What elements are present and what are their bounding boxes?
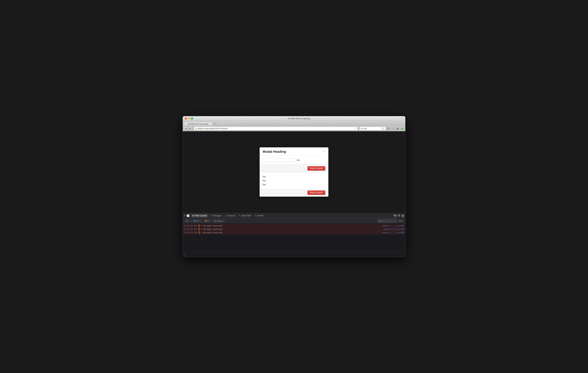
web-console-icon: ▶ — [193, 214, 194, 217]
modal-header: Modal Heading × — [260, 148, 328, 156]
viewport: Modal Heading × bar Show Another foo — [183, 131, 405, 213]
close-traffic-light[interactable] — [185, 117, 187, 119]
minimize-traffic-light[interactable] — [188, 117, 190, 119]
console-timestamp-1: 22:21:39.704 — [184, 225, 199, 227]
console-input-row: > — [183, 252, 405, 257]
window-title: – jsFiddle demo by guyong — [195, 117, 402, 120]
css-dot-icon — [194, 220, 195, 222]
profiler-icon: ◎ — [255, 214, 256, 217]
url-text: jsfiddle.net/guyong/EUVWC/2/show/# — [198, 128, 353, 129]
modal-dialog: Modal Heading × bar Show Another foo — [260, 147, 328, 197]
tab-close-icon[interactable]: × — [209, 123, 210, 125]
url-bar[interactable]: 🔒 jsfiddle.net/guyong/EUVWC/2/show/# ☆ ↻ — [194, 127, 358, 130]
css-label: CSS — [196, 220, 200, 222]
tab-bar: – jsFiddle demo by guyong × + — [183, 121, 405, 126]
console-message-3: too much recursion — [203, 232, 382, 234]
console-source-1[interactable]: jquery-1.....js:1714 — [382, 225, 404, 227]
modal-input-section: bar — [260, 156, 328, 165]
show-another-top-button[interactable]: Show Another — [307, 166, 325, 171]
devtools-screenshot-icon[interactable]: 📷 — [394, 214, 397, 217]
js-label: JS — [207, 220, 209, 222]
style-editor-label: Style Editor — [241, 214, 251, 217]
console-clear-button[interactable]: Clear — [398, 220, 404, 222]
console-row: 22:22:39.796 ✕ too much recursion jquery… — [183, 231, 405, 234]
new-tab-button[interactable]: + — [213, 122, 217, 126]
logging-chevron-icon: ▼ — [223, 220, 225, 222]
home-icon[interactable]: ⌂ — [391, 127, 395, 130]
console-message-2: too much recursion — [203, 228, 383, 230]
modal-text-input[interactable] — [263, 158, 295, 162]
resize-icon[interactable]: ⊡ — [402, 117, 403, 119]
lock-icon: 🔒 — [195, 128, 197, 129]
console-output: 22:21:39.704 ✕ too much recursion jquery… — [183, 223, 405, 252]
screen-share-icon[interactable]: ▦ — [396, 127, 399, 130]
filter-net-button[interactable]: Net ▼ — [184, 219, 192, 222]
foo-item-1: foo — [263, 175, 325, 179]
console-row: 22:21:39.704 ✕ too much recursion jquery… — [183, 224, 405, 227]
puzzle-icon[interactable]: 🧩 — [400, 127, 404, 130]
net-chevron-icon: ▼ — [189, 220, 190, 222]
address-bar: ◀ ▶ 🔒 jsfiddle.net/guyong/EUVWC/2/show/#… — [183, 126, 405, 131]
modal-body-content: foo foo foo — [260, 172, 328, 189]
browser-window: – jsFiddle demo by guyong ⊡ – jsFiddle d… — [183, 116, 405, 257]
back-button[interactable]: ◀ — [184, 127, 188, 130]
profiler-label: Profiler — [257, 214, 263, 217]
devtools-trash-icon[interactable]: 🗑 — [398, 214, 400, 217]
show-another-bottom-button[interactable]: Show Another — [307, 191, 325, 195]
inspector-icon: ◻ — [225, 214, 226, 217]
foo-item-2: foo — [263, 179, 325, 182]
devtools-tab-web-console[interactable]: ▶ Web Console — [191, 214, 208, 217]
net-label: Net — [186, 220, 188, 222]
tab-label: – jsFiddle demo by guyong — [187, 123, 208, 125]
console-timestamp-2: 22:22:39.546 — [184, 228, 199, 230]
console-source-3[interactable]: jquery-1.....js:1539 — [382, 232, 404, 234]
filter-logging-button[interactable]: Logging ▼ — [213, 219, 226, 222]
logging-label: Logging — [216, 220, 222, 222]
js-chevron-icon: ▼ — [209, 220, 211, 222]
foo-item-3: foo — [263, 182, 325, 187]
js-dot-icon — [205, 220, 206, 222]
debugger-icon: ⬡ — [210, 214, 212, 217]
devtools-tab-debugger[interactable]: ⬡ Debugger — [209, 214, 223, 217]
inspector-label: Inspector — [227, 214, 235, 217]
search-bar[interactable]: Google 🔍 — [359, 127, 386, 130]
modal-close-button[interactable]: × — [324, 150, 325, 153]
download-icon[interactable]: ⬇ — [387, 127, 390, 130]
devtools-tab-profiler[interactable]: ◎ Profiler — [253, 214, 265, 217]
modal-footer-top: Show Another — [260, 165, 328, 172]
traffic-lights — [185, 117, 193, 119]
console-message-1: too much recursion — [203, 225, 382, 227]
console-prompt-icon: > — [184, 253, 185, 256]
console-source-2[interactable]: jquery-1.8.3.js:709 — [383, 228, 404, 230]
error-bar-icon-2 — [199, 228, 199, 230]
error-bar-icon-3 — [199, 231, 199, 234]
maximize-traffic-light[interactable] — [191, 117, 193, 119]
devtools-undock-icon[interactable]: ⬜ — [187, 214, 189, 217]
devtools-tab-style-editor[interactable]: ✎ Style Editor — [237, 214, 253, 217]
style-editor-icon: ✎ — [239, 214, 241, 217]
filter-css-button[interactable]: CSS ▼ — [192, 219, 203, 222]
error-x-icon-2: ✕ — [200, 228, 202, 230]
refresh-icon[interactable]: ↻ — [355, 127, 357, 129]
filter-js-button[interactable]: JS ▼ — [204, 219, 212, 222]
modal-footer-bottom: Show Another — [260, 189, 328, 196]
devtools-layout-icon[interactable]: ▦ — [401, 214, 404, 217]
browser-tab[interactable]: – jsFiddle demo by guyong × — [184, 122, 212, 126]
error-bar-icon-1 — [199, 224, 199, 227]
bookmark-icon[interactable]: ☆ — [353, 127, 355, 130]
logging-dot-icon — [214, 220, 216, 222]
error-x-icon-3: ✕ — [200, 231, 202, 234]
devtools-close-icon[interactable]: ✕ — [184, 214, 186, 217]
google-logo: Google — [360, 128, 367, 129]
search-icon[interactable]: 🔍 — [381, 127, 384, 130]
devtools-toolbar: ✕ ⬜ ▶ Web Console ⬡ Debugger ◻ Inspector… — [183, 213, 405, 218]
devtools-tab-inspector[interactable]: ◻ Inspector — [223, 214, 237, 217]
console-filter-input[interactable] — [378, 219, 397, 223]
css-chevron-icon: ▼ — [200, 220, 201, 222]
error-x-icon-1: ✕ — [200, 224, 202, 227]
modal-title: Modal Heading — [263, 150, 286, 154]
web-console-label: Web Console — [195, 214, 207, 217]
browser-content: Modal Heading × bar Show Another foo — [183, 131, 405, 257]
forward-button[interactable]: ▶ — [189, 127, 192, 130]
debugger-label: Debugger — [213, 214, 221, 217]
